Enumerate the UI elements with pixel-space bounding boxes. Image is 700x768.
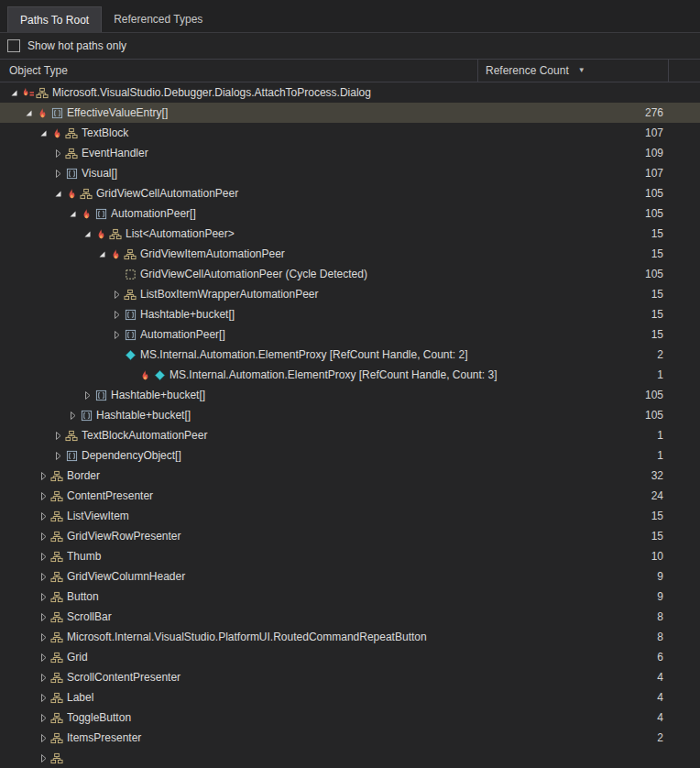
tree-row[interactable]: EventHandler109 — [0, 143, 700, 163]
array-icon — [93, 207, 108, 220]
column-header-object-type[interactable]: Object Type — [0, 60, 478, 82]
reference-count-value: 15 — [636, 308, 700, 321]
tree-row[interactable]: TextBlock107 — [0, 123, 700, 143]
class-icon — [49, 550, 64, 563]
tree-row[interactable]: ListBoxItemWrapperAutomationPeer15 — [0, 284, 700, 304]
tree-row[interactable]: Label4 — [0, 687, 700, 708]
tree-row[interactable]: ToggleButton4 — [0, 708, 700, 728]
expand-arrow-icon[interactable] — [37, 691, 49, 704]
tree-row[interactable]: GridViewColumnHeader9 — [0, 566, 700, 587]
expand-arrow-icon[interactable] — [37, 590, 49, 603]
class-icon — [49, 651, 64, 664]
expand-arrow-icon[interactable] — [37, 610, 49, 623]
expander-placeholder — [110, 268, 123, 280]
tree-row[interactable]: Border32 — [0, 466, 700, 486]
reference-count-value: 15 — [636, 530, 700, 543]
tree-row[interactable]: TextBlockAutomationPeer1 — [0, 425, 700, 445]
tree-row[interactable]: GridViewCellAutomationPeer105 — [0, 183, 700, 203]
object-type-label: Visual[] — [82, 167, 636, 180]
expand-arrow-icon[interactable] — [37, 570, 49, 583]
expand-arrow-icon[interactable] — [37, 530, 49, 543]
column-header-reference-count[interactable]: Reference Count ▼ — [478, 60, 669, 82]
expand-arrow-icon[interactable] — [81, 389, 93, 401]
expand-arrow-icon[interactable] — [110, 308, 123, 321]
reference-count-value: 105 — [636, 207, 700, 220]
tree-row[interactable]: Button9 — [0, 587, 700, 607]
collapse-arrow-icon[interactable] — [22, 106, 35, 119]
collapse-arrow-icon[interactable] — [7, 86, 20, 99]
expand-arrow-icon[interactable] — [51, 167, 64, 180]
tree-row[interactable]: EffectiveValueEntry[]276 — [0, 103, 700, 123]
proxy-icon — [123, 348, 137, 361]
sort-descending-icon: ▼ — [578, 67, 585, 74]
expand-arrow-icon[interactable] — [37, 489, 49, 502]
flame-icon — [35, 106, 49, 119]
reference-count-value: 4 — [636, 691, 700, 704]
show-hot-paths-checkbox[interactable] — [7, 39, 20, 52]
expand-arrow-icon[interactable] — [37, 731, 49, 744]
collapse-arrow-icon[interactable] — [95, 247, 108, 260]
header-spacer — [669, 60, 700, 82]
expand-arrow-icon[interactable] — [37, 671, 49, 684]
expand-arrow-icon[interactable] — [37, 469, 49, 482]
tab-referenced-types[interactable]: Referenced Types — [102, 6, 214, 32]
reference-count-value: 15 — [636, 288, 700, 301]
expand-arrow-icon[interactable] — [66, 409, 79, 422]
reference-count-value: 105 — [636, 409, 700, 422]
expand-arrow-icon[interactable] — [37, 752, 49, 764]
tree-row[interactable]: GridViewCellAutomationPeer (Cycle Detect… — [0, 264, 700, 284]
object-type-label: Microsoft.Internal.VisualStudio.Platform… — [67, 631, 636, 643]
tree-row[interactable]: ScrollContentPresenter4 — [0, 667, 700, 687]
reference-count-value: 276 — [636, 106, 700, 119]
tree-row[interactable] — [0, 748, 700, 768]
tab-paths-to-root[interactable]: Paths To Root — [7, 6, 102, 32]
tree-row[interactable]: GridViewRowPresenter15 — [0, 526, 700, 546]
class-icon — [79, 187, 93, 200]
tree-row[interactable]: MS.Internal.Automation.ElementProxy [Ref… — [0, 345, 700, 365]
class-icon — [49, 610, 64, 623]
expand-arrow-icon[interactable] — [110, 288, 123, 301]
tree-row[interactable]: Hashtable+bucket[]105 — [0, 405, 700, 425]
expander-placeholder — [110, 348, 123, 361]
flame-icon — [93, 227, 108, 240]
expand-arrow-icon[interactable] — [37, 711, 49, 724]
tree-row[interactable]: Hashtable+bucket[]105 — [0, 385, 700, 405]
object-type-label: GridViewCellAutomationPeer — [96, 187, 636, 200]
collapse-arrow-icon[interactable] — [81, 227, 93, 240]
class-icon — [35, 86, 49, 99]
collapse-arrow-icon[interactable] — [37, 126, 49, 139]
collapse-arrow-icon[interactable] — [51, 187, 64, 200]
expand-arrow-icon[interactable] — [37, 550, 49, 563]
tree-row[interactable]: Thumb10 — [0, 546, 700, 566]
tree-row[interactable]: ScrollBar8 — [0, 607, 700, 627]
tree-row[interactable]: DependencyObject[]1 — [0, 445, 700, 466]
tree-row[interactable]: ContentPresenter24 — [0, 486, 700, 506]
collapse-arrow-icon[interactable] — [66, 207, 79, 220]
expand-arrow-icon[interactable] — [37, 651, 49, 664]
expand-arrow-icon[interactable] — [51, 147, 64, 159]
show-hot-paths-label[interactable]: Show hot paths only — [27, 39, 126, 52]
tree-row[interactable]: ListViewItem15 — [0, 506, 700, 526]
expand-arrow-icon[interactable] — [37, 631, 49, 643]
tree-row[interactable]: Hashtable+bucket[]15 — [0, 304, 700, 324]
expand-arrow-icon[interactable] — [51, 449, 64, 462]
tree-row[interactable]: Microsoft.Internal.VisualStudio.Platform… — [0, 627, 700, 647]
reference-count-value: 9 — [636, 590, 700, 603]
expander-placeholder — [125, 368, 137, 381]
object-type-label: Hashtable+bucket[] — [96, 409, 636, 422]
tree-row[interactable]: Microsoft.VisualStudio.Debugger.Dialogs.… — [0, 82, 700, 103]
tree-row[interactable]: AutomationPeer[]15 — [0, 324, 700, 345]
expand-arrow-icon[interactable] — [37, 510, 49, 522]
expand-arrow-icon[interactable] — [110, 328, 123, 341]
tree-row[interactable]: MS.Internal.Automation.ElementProxy [Ref… — [0, 365, 700, 385]
tree-row[interactable]: List<AutomationPeer>15 — [0, 224, 700, 244]
tree-row[interactable]: GridViewItemAutomationPeer15 — [0, 244, 700, 264]
tree-row[interactable]: AutomationPeer[]105 — [0, 203, 700, 224]
tree-row[interactable]: Grid6 — [0, 647, 700, 667]
expand-arrow-icon[interactable] — [51, 429, 64, 442]
object-type-label: Thumb — [67, 550, 636, 563]
tree-row[interactable]: ItemsPresenter2 — [0, 728, 700, 748]
tree-row[interactable]: Visual[]107 — [0, 163, 700, 183]
object-tree: Microsoft.VisualStudio.Debugger.Dialogs.… — [0, 82, 700, 768]
reference-count-value: 105 — [636, 187, 700, 200]
